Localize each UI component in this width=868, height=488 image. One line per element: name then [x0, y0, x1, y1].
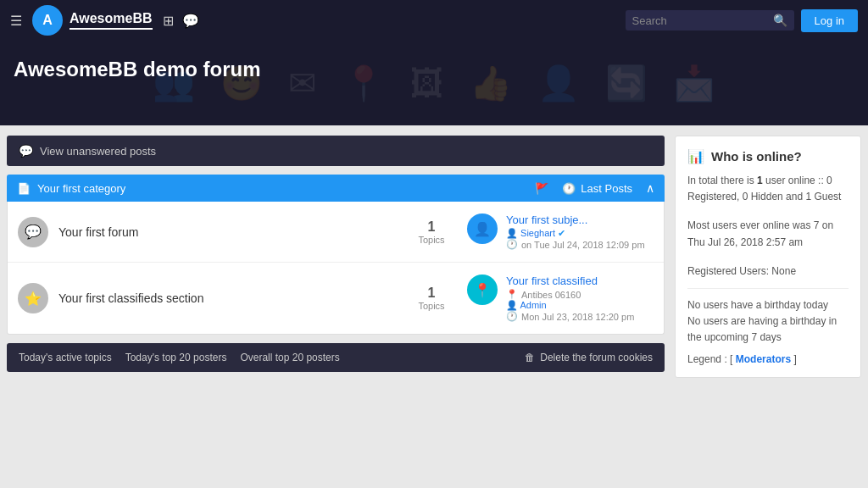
lastpost-avatar-1: 👤: [467, 214, 498, 244]
sidebar: 📊 Who is online? In total there is 1 use…: [675, 136, 861, 386]
category-doc-icon: 📄: [17, 182, 31, 195]
forum-row: 💬 Your first forum 1 Topics 👤 Your first…: [8, 202, 664, 263]
nav-right: 🔍 Log in: [626, 9, 858, 32]
lastpost-time-1: 🕐 on Tue Jul 24, 2018 12:09 pm: [506, 239, 654, 250]
login-button[interactable]: Log in: [801, 9, 858, 32]
hero-banner: 👥 😊 ✉ 📍 🖼 👍 👤 🔄 📩 AwesomeBB demo forum: [0, 41, 868, 125]
forum-icon-1: 💬: [18, 217, 48, 247]
lastpost-meta-2: 📍 Antibes 06160 👤 Admin 🕐 Mon Jul 23, 20…: [506, 289, 654, 322]
location-pin-icon-2: 📍: [506, 289, 518, 300]
forum-lastpost-2: 📍 Your first classified 📍 Antibes 06160 …: [467, 274, 654, 322]
main-container: 💬 View unanswered posts 📄 Your first cat…: [0, 125, 868, 396]
sidebar-who-online: 📊 Who is online? In total there is 1 use…: [675, 136, 861, 378]
footer-delete-cookies[interactable]: 🗑 Delete the forum cookies: [525, 352, 653, 363]
lastpost-info-2: Your first classified 📍 Antibes 06160 👤 …: [506, 274, 654, 322]
view-unanswered-label: View unanswered posts: [40, 145, 156, 158]
footer-overall-top-20[interactable]: Overall top 20 posters: [240, 352, 339, 363]
content-area: 💬 View unanswered posts 📄 Your first cat…: [7, 136, 665, 386]
forum-info-1: Your first forum: [58, 225, 396, 239]
sidebar-online-summary: In total there is 1 user online :: 0 Reg…: [687, 173, 849, 205]
sidebar-title-text: Who is online?: [711, 149, 802, 164]
category-name[interactable]: Your first category: [37, 182, 125, 195]
trash-icon: 🗑: [525, 352, 535, 363]
brand-logo: A: [32, 5, 63, 36]
category-flag-icon: 🚩: [535, 182, 548, 195]
sidebar-birthday-upcoming: No users are having a birthday in the up…: [687, 313, 849, 346]
forum-table: 💬 Your first forum 1 Topics 👤 Your first…: [7, 202, 665, 335]
bar-chart-icon: 📊: [687, 148, 704, 164]
clock-icon-2: 🕐: [506, 311, 518, 322]
forum-topics-label-1: Topics: [406, 235, 457, 245]
search-input[interactable]: [632, 14, 768, 27]
brand-area: A AwesomeBB: [32, 5, 153, 36]
category-header-right: 🚩 🕐 Last Posts ∧: [535, 181, 654, 195]
hamburger-icon[interactable]: ☰: [10, 13, 22, 29]
lastpost-time-text-2: Mon Jul 23, 2018 12:20 pm: [521, 312, 634, 322]
forum-name-1[interactable]: Your first forum: [58, 225, 396, 239]
lastpost-meta-1: 👤 Sieghart ✔ 🕐 on Tue Jul 24, 2018 12:09…: [506, 228, 654, 250]
forum-info-2: Your first classifieds section: [58, 291, 396, 305]
forum-topics-count-2: 1: [406, 286, 457, 301]
footer-top-20-posters[interactable]: Today's top 20 posters: [125, 352, 227, 363]
hero-title: AwesomeBB demo forum: [14, 58, 854, 81]
lastpost-verified-1: ✔: [558, 228, 565, 238]
sidebar-legend: Legend : [ Moderators ]: [687, 353, 849, 365]
nav-extra-icons: ⊞ 💬: [163, 13, 199, 29]
sidebar-registered-users: Registered Users: None: [687, 263, 849, 280]
search-button[interactable]: 🔍: [773, 14, 787, 27]
sidebar-peak-users: Most users ever online was 7 on Thu Jul …: [687, 218, 849, 250]
forum-row-2: ⭐ Your first classifieds section 1 Topic…: [8, 263, 664, 334]
lastpost-user-2[interactable]: Admin: [520, 300, 546, 310]
footer-delete-label: Delete the forum cookies: [540, 352, 653, 363]
lastpost-title-1[interactable]: Your first subje...: [506, 214, 654, 226]
legend-suffix: ]: [793, 353, 796, 365]
sidebar-who-online-title: 📊 Who is online?: [687, 148, 849, 164]
forum-icon-2: ⭐: [18, 283, 48, 313]
comment-icon: 💬: [19, 144, 33, 158]
view-unanswered-bar[interactable]: 💬 View unanswered posts: [7, 136, 665, 166]
category-header-left: 📄 Your first category: [17, 182, 528, 195]
forum-topics-2: 1 Topics: [406, 286, 457, 311]
chat-icon[interactable]: 💬: [182, 13, 199, 29]
category-header: 📄 Your first category 🚩 🕐 Last Posts ∧: [7, 175, 665, 202]
top-navigation: ☰ A AwesomeBB ⊞ 💬 🔍 Log in: [0, 0, 868, 41]
hero-background-icons: 👥 😊 ✉ 📍 🖼 👍 👤 🔄 📩: [0, 41, 868, 125]
lastpost-info-1: Your first subje... 👤 Sieghart ✔ 🕐 on Tu…: [506, 214, 654, 250]
footer-links: Today's active topics Today's top 20 pos…: [19, 352, 525, 363]
search-box: 🔍: [626, 10, 794, 30]
lastpost-user-1[interactable]: Sieghart: [520, 228, 555, 238]
lastpost-user-row-2: 👤 Admin: [506, 300, 654, 311]
forum-topics-1: 1 Topics: [406, 219, 457, 245]
lastpost-avatar-2: 📍: [467, 274, 498, 305]
brand-title[interactable]: AwesomeBB: [70, 11, 153, 30]
forum-topics-count-1: 1: [406, 219, 457, 235]
lastpost-title-2[interactable]: Your first classified: [506, 274, 654, 287]
category-lastposts: 🕐 Last Posts: [562, 182, 632, 195]
forum-topics-label-2: Topics: [406, 301, 457, 311]
forum-lastpost-1: 👤 Your first subje... 👤 Sieghart ✔ 🕐 on …: [467, 214, 654, 250]
lastpost-location-2: 📍 Antibes 06160: [506, 289, 654, 300]
lastpost-user-icon-2: 👤: [506, 300, 518, 310]
sidebar-divider: [687, 288, 849, 289]
forum-name-2[interactable]: Your first classifieds section: [58, 291, 396, 305]
lastpost-user-icon-1: 👤: [506, 228, 518, 238]
legend-moderators[interactable]: Moderators: [736, 353, 791, 365]
footer-active-topics[interactable]: Today's active topics: [19, 352, 112, 363]
lastpost-time-text-1: on Tue Jul 24, 2018 12:09 pm: [521, 240, 645, 250]
lastposts-label: Last Posts: [581, 182, 632, 195]
lastposts-clock-icon: 🕐: [562, 182, 576, 195]
clock-icon-1: 🕐: [506, 239, 518, 250]
footer-bar: Today's active topics Today's top 20 pos…: [7, 343, 665, 372]
lastpost-time-2: 🕐 Mon Jul 23, 2018 12:20 pm: [506, 311, 654, 322]
nav-menu-icons: ☰: [10, 13, 22, 29]
grid-icon[interactable]: ⊞: [163, 13, 174, 29]
sidebar-birthday-none: No users have a birthday today: [687, 297, 849, 313]
nav-left: ☰ A AwesomeBB ⊞ 💬: [10, 5, 615, 36]
lastpost-loc-text-2: Antibes 06160: [521, 290, 581, 300]
collapse-icon[interactable]: ∧: [646, 181, 654, 195]
legend-prefix: Legend : [: [687, 353, 732, 365]
